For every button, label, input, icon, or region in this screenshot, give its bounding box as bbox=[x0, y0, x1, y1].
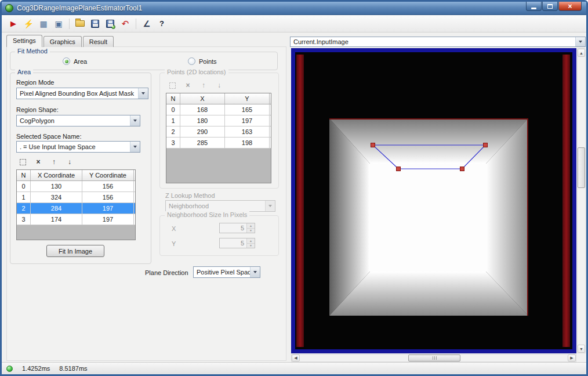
measure-button[interactable]: ∠ bbox=[140, 17, 153, 30]
cell: 165 bbox=[225, 104, 270, 115]
image-source-select[interactable]: Current.InputImage bbox=[290, 37, 586, 47]
spinner-down-icon: ▼ bbox=[247, 228, 255, 233]
plane-direction-label: Plane Direction bbox=[145, 269, 188, 276]
tool-display-button[interactable]: ▦ bbox=[37, 17, 50, 30]
chevron-down-icon[interactable] bbox=[138, 88, 148, 99]
chevron-down-icon[interactable] bbox=[130, 142, 140, 152]
spinner-up-icon: ▲ bbox=[247, 223, 255, 228]
spinner-up-icon: ▲ bbox=[247, 238, 255, 243]
help-button[interactable]: ? bbox=[155, 17, 168, 30]
polygon-overlay[interactable] bbox=[295, 52, 572, 349]
z-lookup-value: Neighborhood bbox=[166, 203, 265, 209]
points-coordinate-table: N X Y 0 168 165 1 180 197 2 290 163 bbox=[166, 93, 271, 183]
region-shape-select[interactable]: CogPolygon bbox=[16, 115, 140, 126]
status-time-a: 1.4252ms bbox=[22, 365, 50, 372]
toolbar-separator bbox=[69, 19, 70, 29]
table-header: N X Coordinate Y Coordinate bbox=[17, 170, 135, 181]
close-icon: × bbox=[568, 2, 572, 10]
vertical-scroll-thumb[interactable] bbox=[578, 147, 585, 188]
cell: 198 bbox=[225, 138, 270, 148]
fit-method-points-radio[interactable] bbox=[188, 57, 195, 65]
region-coordinate-table[interactable]: N X Coordinate Y Coordinate 0 130 156 1 … bbox=[16, 169, 136, 240]
reset-button[interactable]: ↶ bbox=[119, 17, 132, 30]
table-row: 2 290 163 bbox=[166, 126, 271, 138]
fit-method-group: Fit Method Area Points bbox=[10, 52, 278, 70]
polygon-handle[interactable] bbox=[484, 143, 488, 147]
window-title: Cog3DRangeImagePlaneEstimatorTool1 bbox=[17, 4, 142, 12]
maximize-button[interactable] bbox=[542, 2, 558, 11]
chevron-down-icon[interactable] bbox=[575, 37, 585, 46]
table-row[interactable]: 1 324 156 bbox=[17, 192, 135, 203]
table-row[interactable]: 3 174 197 bbox=[17, 214, 135, 225]
selected-space-select[interactable]: . = Use Input Image Space bbox=[16, 141, 140, 153]
save-file-button[interactable] bbox=[89, 17, 101, 30]
cell: 0 bbox=[166, 104, 180, 115]
cell: 197 bbox=[225, 115, 270, 126]
fit-method-area-label[interactable]: Area bbox=[74, 58, 87, 65]
new-row-icon bbox=[169, 82, 176, 89]
cell: 2 bbox=[166, 126, 180, 137]
close-button[interactable]: × bbox=[558, 2, 582, 11]
fit-method-points-label[interactable]: Points bbox=[199, 58, 217, 65]
header-cell: Y Coordinate bbox=[82, 170, 134, 180]
chevron-down-icon[interactable] bbox=[130, 115, 140, 126]
tab-strip: Settings Graphics Result bbox=[6, 35, 115, 47]
fit-in-image-button[interactable]: Fit In Image bbox=[46, 245, 104, 257]
points-grid-toolbar: × ↑ ↓ bbox=[164, 79, 228, 92]
minimize-button[interactable] bbox=[526, 2, 542, 11]
polygon-handle[interactable] bbox=[371, 143, 375, 147]
title-bar: Cog3DRangeImagePlaneEstimatorTool1 × bbox=[2, 2, 586, 15]
neighborhood-size-group: Neighborhood Size In Pixels X 5 ▲ ▼ Y 5 … bbox=[159, 215, 279, 256]
plane-direction-select[interactable]: Positive Pixel Space Z bbox=[193, 266, 260, 278]
region-mode-label: Region Mode bbox=[16, 79, 54, 86]
tab-graphics[interactable]: Graphics bbox=[43, 36, 82, 47]
horizontal-scrollbar[interactable]: ◀ ▶ bbox=[291, 354, 576, 362]
app-icon bbox=[5, 4, 13, 12]
table-row[interactable]: 0 130 156 bbox=[17, 181, 135, 192]
spinner-down-icon: ▼ bbox=[247, 243, 255, 248]
z-lookup-select: Neighborhood bbox=[165, 200, 275, 212]
vertical-scrollbar[interactable]: ▲ ▼ bbox=[577, 48, 586, 353]
main-toolbar: ▶ ⚡ ▦ ▣ ↶ ∠ ? bbox=[2, 15, 586, 32]
neighborhood-y-spinner: 5 ▲ ▼ bbox=[219, 238, 255, 248]
scrollbar-corner bbox=[577, 354, 586, 362]
scroll-down-button[interactable]: ▼ bbox=[578, 345, 585, 353]
fit-method-area-radio[interactable] bbox=[63, 57, 70, 65]
polygon-handle[interactable] bbox=[397, 167, 401, 171]
neighborhood-x-label: X bbox=[172, 225, 176, 232]
region-shape-label: Region Shape: bbox=[16, 106, 59, 113]
group-label: Fit Method bbox=[15, 48, 50, 55]
tab-result[interactable]: Result bbox=[83, 36, 114, 47]
scroll-up-button[interactable]: ▲ bbox=[578, 49, 585, 57]
save-image-button[interactable] bbox=[104, 17, 117, 30]
cell: 324 bbox=[31, 192, 82, 203]
scroll-right-button[interactable]: ▶ bbox=[568, 355, 576, 361]
run-live-button[interactable]: ⚡ bbox=[22, 17, 35, 30]
header-cell: X Coordinate bbox=[31, 170, 82, 180]
image-source-value: Current.InputImage bbox=[291, 38, 575, 45]
cell: 156 bbox=[82, 192, 134, 203]
polygon-handle[interactable] bbox=[460, 167, 464, 171]
table-row-selected[interactable]: 2 284 197 bbox=[17, 203, 135, 214]
minimize-icon bbox=[531, 8, 536, 9]
open-file-button[interactable] bbox=[74, 17, 86, 30]
move-down-button[interactable]: ↓ bbox=[64, 157, 75, 167]
move-up-button[interactable]: ↑ bbox=[49, 157, 59, 167]
maximize-icon bbox=[547, 4, 553, 9]
move-up-button: ↑ bbox=[198, 80, 209, 91]
area-group: Area Region Mode Pixel Aligned Bounding … bbox=[10, 73, 151, 264]
cell: 156 bbox=[82, 181, 134, 191]
delete-row-button[interactable]: × bbox=[33, 157, 43, 167]
cell: 2 bbox=[17, 203, 31, 214]
chevron-down-icon[interactable] bbox=[250, 267, 260, 277]
run-button[interactable]: ▶ bbox=[7, 17, 20, 30]
scroll-left-button[interactable]: ◀ bbox=[292, 355, 300, 361]
horizontal-scroll-thumb[interactable] bbox=[408, 355, 460, 361]
add-row-button[interactable] bbox=[17, 157, 28, 167]
image-display[interactable] bbox=[291, 48, 576, 353]
region-mode-select[interactable]: Pixel Aligned Bounding Box Adjust Mask bbox=[16, 88, 148, 99]
tab-settings[interactable]: Settings bbox=[6, 35, 42, 47]
float-window-button[interactable]: ▣ bbox=[52, 17, 65, 30]
neighborhood-y-label: Y bbox=[172, 240, 176, 247]
radio-icon bbox=[63, 57, 70, 65]
